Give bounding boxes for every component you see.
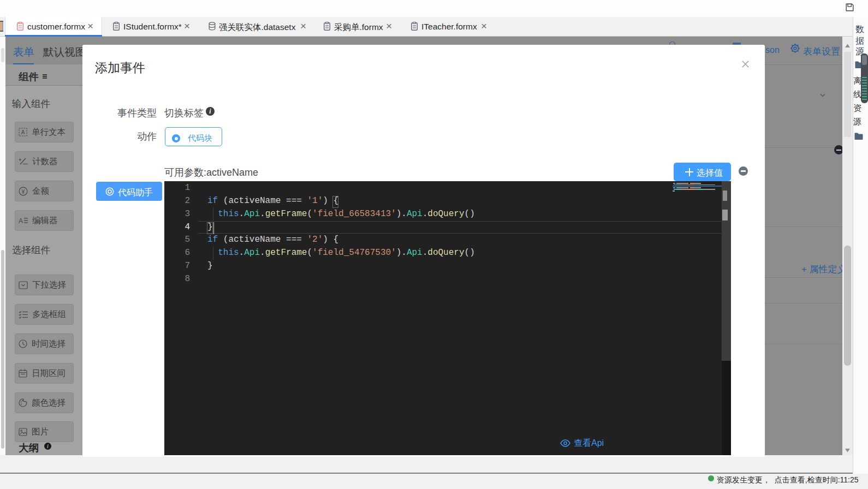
svg-text:A: A [19, 217, 23, 225]
svg-text:¥: ¥ [21, 188, 25, 194]
svg-text:—: — [23, 161, 28, 166]
svg-text:+: + [19, 157, 21, 163]
svg-text:A: A [21, 129, 25, 135]
